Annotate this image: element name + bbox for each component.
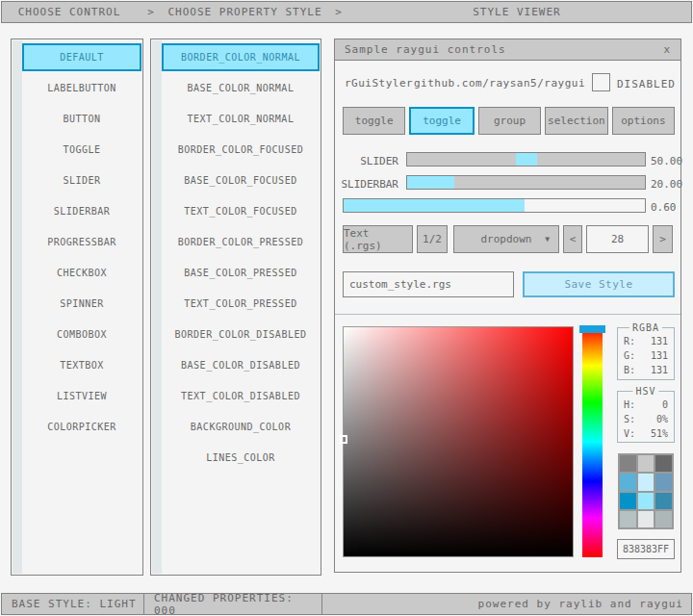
repo-link-button[interactable]: github.com/raysan5/raygui [414,77,585,90]
breadcrumb-choose-property-style: CHOOSE PROPERTY STYLE [166,6,324,18]
hex-color-input[interactable]: 838383FF [617,539,675,559]
controls-list: DEFAULTLABELBUTTONBUTTONTOGGLESLIDERSLID… [22,43,141,444]
properties-list-item[interactable]: TEXT_COLOR_NORMAL [162,105,320,133]
s-value: 0% [656,414,668,424]
base-style-status: BASE STYLE: LIGHT [2,594,144,614]
dropdown-select[interactable]: dropdown ▼ [453,225,559,253]
properties-list-panel: BORDER_COLOR_NORMALBASE_COLOR_NORMALTEXT… [150,38,321,576]
colorpicker-saturation-value-square[interactable] [343,326,574,557]
rgba-row-r: R: 131 [618,336,674,346]
dropdown-value: dropdown [481,233,532,245]
text-rgs-button[interactable]: Text (.rgs) [343,225,413,253]
controls-list-item[interactable]: DEFAULT [22,43,141,71]
toggle-group-item[interactable]: toggle [409,107,474,135]
sliderbar-label: SLIDERBAR [335,178,398,191]
style-color-swatch[interactable] [655,455,672,472]
properties-list-scrollbar[interactable] [152,40,162,574]
properties-list-item[interactable]: TEXT_COLOR_DISABLED [162,382,320,410]
style-color-swatch[interactable] [620,493,636,509]
controls-list-item[interactable]: TOGGLE [22,136,141,164]
breadcrumb-style-viewer: STYLE VIEWER [382,6,652,18]
colorpicker-cursor[interactable] [340,435,347,444]
sliderbar[interactable] [406,175,646,190]
style-color-swatch[interactable] [620,511,636,527]
close-icon[interactable]: x [663,43,671,56]
properties-list-item[interactable]: BORDER_COLOR_FOCUSED [162,136,320,164]
style-color-swatch[interactable] [638,493,654,509]
spinner-increment-button[interactable]: > [653,225,673,253]
controls-list-item[interactable]: LABELBUTTON [22,74,141,102]
slider[interactable] [406,152,646,167]
style-color-swatch[interactable] [620,455,636,472]
slider-value: 50.00 [651,155,682,167]
controls-list-item[interactable]: COLORPICKER [22,413,141,441]
controls-list-item[interactable]: SPINNER [22,290,141,318]
hsv-row-s: S: 0% [618,414,674,424]
brand-label: rGuiStyler [345,77,413,90]
style-filename-input[interactable]: custom_style.rgs [343,271,514,297]
properties-list-item[interactable]: BACKGROUND_COLOR [162,413,320,441]
half-button[interactable]: 1/2 [417,225,448,253]
hue-slider-handle[interactable] [579,325,605,333]
properties-list-item[interactable]: BASE_COLOR_PRESSED [162,259,320,287]
hsv-row-v: V: 51% [618,428,674,439]
controls-list-scrollbar[interactable] [13,40,22,574]
slider-label: SLIDER [335,155,398,167]
properties-list-item[interactable]: LINES_COLOR [162,444,320,472]
style-color-swatch[interactable] [655,474,672,490]
spinner-value-box[interactable]: 28 [586,225,649,253]
style-palette-grid [618,453,674,529]
controls-list-item[interactable]: LISTVIEW [22,382,141,410]
window-title: Sample raygui controls [345,43,506,56]
style-color-swatch[interactable] [638,474,654,490]
rgba-row-g: G: 131 [618,350,674,361]
controls-list-panel: DEFAULTLABELBUTTONBUTTONTOGGLESLIDERSLID… [11,38,143,576]
properties-list-item[interactable]: BORDER_COLOR_DISABLED [162,321,320,348]
properties-list-item[interactable]: BASE_COLOR_DISABLED [162,351,320,379]
controls-list-item[interactable]: COMBOBOX [22,321,141,348]
section-divider [335,314,680,315]
controls-list-item[interactable]: SLIDERBAR [22,197,141,225]
s-label: S: [624,414,635,424]
slider-handle[interactable] [516,153,537,166]
properties-list-item[interactable]: TEXT_COLOR_PRESSED [162,290,320,318]
r-value: 131 [651,336,668,346]
controls-list-item[interactable]: CHECKBOX [22,259,141,287]
properties-list-item[interactable]: BORDER_COLOR_PRESSED [162,228,320,256]
properties-list-item[interactable]: BASE_COLOR_NORMAL [162,74,320,102]
style-color-swatch[interactable] [638,455,654,472]
save-style-button[interactable]: Save Style [523,271,675,297]
h-label: H: [624,399,635,410]
style-color-swatch[interactable] [620,474,636,490]
style-color-swatch[interactable] [638,511,654,527]
controls-list-item[interactable]: SLIDER [22,167,141,194]
window-titlebar[interactable]: Sample raygui controls x [335,39,680,61]
breadcrumb-bar: CHOOSE CONTROL > CHOOSE PROPERTY STYLE >… [1,1,692,23]
rgba-row-b: B: 131 [618,365,674,375]
sliderbar-fill [407,176,454,189]
controls-list-item[interactable]: PROGRESSBAR [22,228,141,256]
style-color-swatch[interactable] [655,493,672,509]
properties-list-item[interactable]: TEXT_COLOR_FOCUSED [162,197,320,225]
b-label: B: [624,365,635,375]
properties-list-item[interactable]: BASE_COLOR_FOCUSED [162,167,320,194]
spinner-decrement-button[interactable]: < [563,225,582,253]
colorpicker-hue-bar[interactable] [582,326,603,557]
controls-list-item[interactable]: TEXTBOX [22,351,141,379]
b-value: 131 [651,365,668,375]
g-value: 131 [651,350,668,361]
h-value: 0 [662,399,668,410]
toggle-group-item[interactable]: selection [545,107,607,135]
style-color-swatch[interactable] [655,511,672,527]
controls-list-item[interactable]: BUTTON [22,105,141,133]
properties-list-item[interactable]: BORDER_COLOR_NORMAL [162,43,320,71]
disabled-checkbox[interactable] [592,73,610,91]
toggle-group-item[interactable]: group [478,107,541,135]
rgba-groupbox: RGBA R: 131 G: 131 B: 131 [617,327,675,380]
hsv-title: HSV [632,386,658,397]
status-bar: BASE STYLE: LIGHT CHANGED PROPERTIES: 00… [1,593,692,615]
changed-properties-status: CHANGED PROPERTIES: 000 [144,594,322,614]
toggle-group-item[interactable]: toggle [343,107,405,135]
g-label: G: [624,350,635,361]
toggle-group-item[interactable]: options [612,107,675,135]
